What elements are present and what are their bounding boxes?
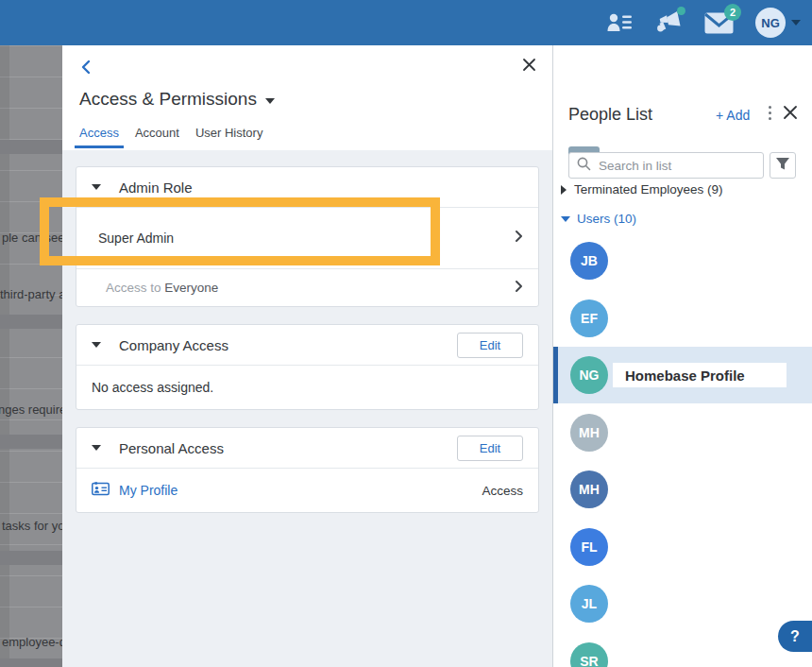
person-row[interactable]: JL [553, 575, 812, 632]
company-access-empty-row: No access assigned. [76, 366, 538, 409]
person-row[interactable]: MH [553, 461, 812, 518]
inbox-count-badge: 2 [724, 4, 741, 21]
access-permissions-modal: Access & Permissions Access Account User… [62, 45, 552, 667]
add-person-button[interactable]: + Add [716, 108, 750, 123]
tab-user-history[interactable]: User History [191, 126, 268, 148]
page-title[interactable]: Access & Permissions [79, 89, 275, 110]
person-row[interactable]: MH [553, 404, 812, 461]
background-left-column [0, 45, 9, 667]
tab-account[interactable]: Account [130, 126, 184, 148]
people-directory-icon[interactable] [606, 13, 633, 32]
personal-access-card: Personal Access Edit My [76, 427, 539, 513]
tree-item-terminated-employees[interactable]: Terminated Employees (9) [561, 182, 723, 197]
people-list-panel: People List + Add L Terminated Employees… [552, 45, 812, 667]
collapse-caret-icon[interactable] [92, 184, 101, 190]
chevron-down-icon [791, 20, 801, 26]
tree-item-users[interactable]: Users (10) [561, 212, 636, 226]
company-access-edit-button[interactable]: Edit [457, 333, 523, 358]
avatar: FL [570, 528, 608, 566]
selected-person-name: Homebase Profile [613, 363, 787, 387]
person-row[interactable]: EF [553, 290, 812, 347]
search-icon [577, 157, 591, 175]
funnel-icon [775, 157, 790, 175]
background-row-band [0, 435, 62, 449]
announcement-notification-dot [677, 7, 685, 15]
background-text-fragment: ple can see [2, 231, 62, 245]
id-card-icon [92, 482, 110, 500]
modal-body: Admin Role Super Admin Access to Everyon… [62, 150, 552, 667]
section-title: Personal Access [119, 440, 224, 456]
person-row[interactable]: SR [553, 633, 812, 667]
chevron-down-icon [561, 216, 570, 222]
super-admin-row[interactable]: Super Admin [76, 208, 538, 269]
close-icon[interactable] [783, 105, 798, 120]
modal-tabs: Access Account User History [75, 126, 274, 148]
avatar: JL [570, 585, 608, 623]
search-input[interactable] [599, 159, 740, 173]
help-button[interactable]: ? [778, 621, 812, 652]
tab-access[interactable]: Access [75, 126, 124, 148]
company-access-card: Company Access Edit No access assigned. [76, 324, 539, 410]
topbar-actions: 2 NG [606, 0, 801, 45]
avatar: JB [570, 242, 608, 280]
my-profile-link[interactable]: My Profile [119, 483, 178, 498]
collapse-caret-icon[interactable] [92, 342, 101, 348]
background-row-band [0, 140, 62, 154]
chevron-right-icon [515, 230, 523, 247]
section-title: Company Access [119, 337, 228, 353]
search-box [568, 152, 764, 179]
chevron-right-icon [515, 280, 523, 297]
avatar: MH [570, 414, 608, 452]
background-row-band [0, 658, 62, 667]
user-avatar[interactable]: NG [755, 8, 786, 38]
background-text-fragment: third-party ap [0, 287, 62, 301]
personal-access-header: Personal Access Edit [76, 428, 538, 469]
top-navigation-bar: 2 NG [0, 0, 812, 45]
my-profile-row[interactable]: My Profile Access [76, 469, 538, 512]
kebab-menu-icon[interactable] [763, 106, 776, 123]
chevron-right-icon [561, 185, 567, 195]
back-chevron-icon[interactable] [79, 59, 93, 76]
filter-button[interactable] [770, 152, 796, 179]
background-text-fragment: tasks for you [2, 519, 62, 533]
collapse-caret-icon[interactable] [92, 445, 101, 451]
section-title: Admin Role [119, 180, 193, 196]
user-menu[interactable]: NG [755, 8, 801, 38]
avatar: NG [570, 356, 608, 394]
person-row[interactable]: JB [553, 232, 812, 289]
person-row-selected[interactable]: NG Homebase Profile [553, 347, 812, 403]
avatar: SR [570, 642, 608, 667]
avatar: MH [570, 470, 608, 508]
chevron-down-icon [265, 98, 275, 104]
dimmed-background-page: ple can see third-party ap nges require … [0, 45, 62, 667]
panel-title: People List [568, 105, 652, 125]
person-row[interactable]: FL [553, 519, 812, 575]
company-access-header: Company Access Edit [76, 325, 538, 366]
access-to-everyone-row[interactable]: Access to Everyone [76, 269, 538, 306]
personal-access-edit-button[interactable]: Edit [457, 436, 523, 461]
background-row-band [0, 315, 62, 329]
background-text-fragment: nges require [0, 402, 62, 417]
inbox-envelope-icon[interactable]: 2 [704, 12, 734, 34]
close-icon[interactable] [522, 58, 536, 72]
announcements-megaphone-icon[interactable] [654, 10, 683, 35]
admin-role-header: Admin Role [76, 167, 538, 208]
background-text-fragment: employee-de [2, 635, 62, 649]
access-value: Access [482, 484, 523, 498]
app-root: 2 NG ple can see third-party ap nges req… [0, 0, 812, 667]
background-row-band [0, 551, 62, 565]
admin-role-card: Admin Role Super Admin Access to Everyon… [76, 166, 539, 307]
avatar: EF [570, 299, 608, 337]
